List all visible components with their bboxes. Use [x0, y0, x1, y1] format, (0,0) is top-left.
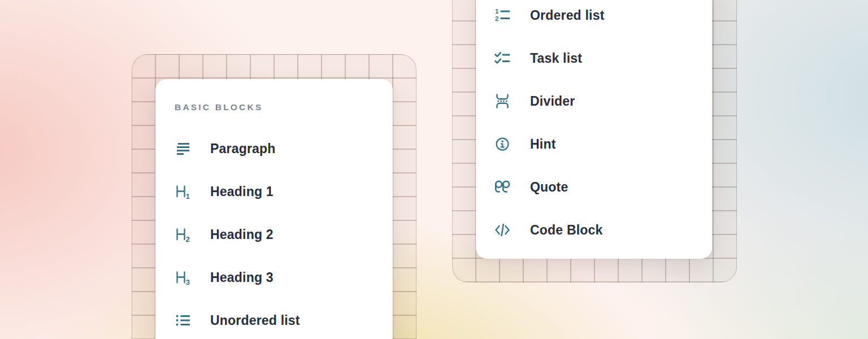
ordered-list-icon	[493, 6, 511, 24]
task-list-icon	[493, 49, 511, 67]
menu-item[interactable]: Divider	[493, 80, 712, 123]
divider-icon	[493, 92, 511, 110]
quote-icon	[493, 178, 511, 196]
hint-icon	[493, 135, 511, 153]
menu-item-label: Paragraph	[210, 142, 276, 155]
section-label: BASIC BLOCKS	[175, 103, 393, 112]
menu-item-label: Code Block	[530, 224, 603, 237]
menu-item[interactable]: Heading 2	[174, 213, 393, 256]
menu-item-list: Ordered list Task list Divider Hint Quot…	[493, 0, 712, 251]
advanced-blocks-menu: Ordered list Task list Divider Hint Quot…	[476, 0, 712, 259]
menu-item[interactable]: Code Block	[493, 208, 712, 251]
menu-item-label: Heading 1	[210, 185, 274, 198]
code-block-icon	[493, 221, 511, 239]
menu-item-label: Task list	[530, 52, 582, 65]
menu-item[interactable]: Paragraph	[174, 127, 393, 170]
heading-1-icon	[174, 182, 192, 201]
menu-item[interactable]: Heading 1	[174, 170, 393, 213]
basic-blocks-menu: BASIC BLOCKS Paragraph Heading 1 Heading…	[155, 79, 393, 339]
menu-item-list: Paragraph Heading 1 Heading 2 Heading 3 …	[174, 127, 393, 339]
heading-3-icon	[174, 268, 192, 286]
paragraph-icon	[174, 140, 192, 158]
unordered-list-icon	[174, 311, 192, 329]
menu-item[interactable]: Unordered list	[174, 299, 393, 339]
editor-blocks-hero: BASIC BLOCKS Paragraph Heading 1 Heading…	[0, 0, 868, 339]
menu-item[interactable]: Hint	[493, 123, 712, 166]
menu-item-label: Heading 2	[210, 228, 274, 241]
menu-item-label: Unordered list	[210, 314, 300, 327]
menu-item-label: Hint	[530, 138, 556, 151]
menu-item[interactable]: Task list	[493, 37, 712, 80]
menu-item-label: Ordered list	[530, 9, 605, 22]
menu-item[interactable]: Ordered list	[493, 0, 712, 37]
menu-item-label: Quote	[530, 181, 568, 194]
menu-item[interactable]: Quote	[493, 166, 712, 208]
menu-item-label: Heading 3	[210, 271, 274, 284]
menu-item-label: Divider	[530, 95, 575, 108]
menu-item[interactable]: Heading 3	[174, 256, 393, 299]
heading-2-icon	[174, 225, 192, 244]
